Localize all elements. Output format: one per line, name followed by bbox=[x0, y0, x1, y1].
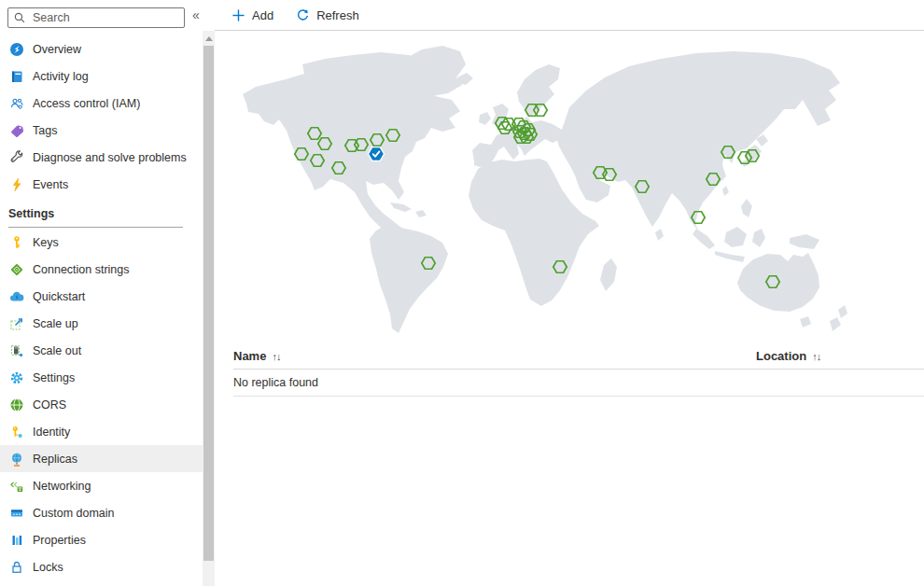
command-bar: Add Refresh bbox=[215, 0, 924, 31]
sidebar-item-connection-strings[interactable]: Connection strings bbox=[0, 256, 203, 283]
quickstart-icon bbox=[9, 289, 24, 304]
sidebar-item-label: Settings bbox=[33, 371, 75, 384]
search-icon bbox=[13, 11, 26, 24]
activity-log-icon bbox=[9, 69, 24, 84]
sidebar-item-events[interactable]: Events bbox=[0, 171, 203, 198]
sidebar-item-activity-log[interactable]: Activity log bbox=[0, 63, 203, 90]
scroll-up-arrow-icon[interactable] bbox=[205, 36, 213, 41]
settings-gear-icon bbox=[9, 370, 24, 385]
sidebar-item-label: Networking bbox=[33, 480, 91, 493]
identity-icon bbox=[9, 425, 24, 440]
sidebar-item-custom-domain[interactable]: Custom domain bbox=[0, 499, 203, 526]
scale-out-icon bbox=[9, 343, 24, 358]
empty-table-row: No replica found bbox=[233, 370, 924, 397]
refresh-button[interactable]: Refresh bbox=[296, 8, 359, 22]
search-box[interactable] bbox=[7, 7, 185, 28]
sidebar-item-label: Custom domain bbox=[33, 507, 115, 520]
refresh-icon bbox=[296, 8, 310, 22]
sidebar-item-label: Diagnose and solve problems bbox=[33, 151, 187, 164]
sidebar-item-networking[interactable]: Networking bbox=[0, 472, 203, 499]
diagnose-icon bbox=[9, 150, 24, 165]
sidebar-item-overview[interactable]: Overview bbox=[0, 35, 203, 63]
replicas-icon bbox=[9, 452, 24, 467]
keys-icon bbox=[9, 235, 24, 250]
refresh-button-label: Refresh bbox=[316, 8, 359, 22]
properties-icon bbox=[9, 533, 24, 548]
sidebar-item-label: Quickstart bbox=[33, 290, 85, 303]
add-button-label: Add bbox=[252, 8, 273, 22]
sidebar-item-label: Replicas bbox=[33, 453, 77, 466]
overview-icon bbox=[9, 42, 24, 57]
access-control-icon bbox=[9, 96, 24, 111]
sidebar-item-label: Scale out bbox=[33, 344, 81, 357]
sidebar-item-label: CORS bbox=[33, 398, 66, 412]
replica-world-map bbox=[233, 42, 924, 341]
sidebar-item-quickstart[interactable]: Quickstart bbox=[0, 283, 203, 310]
current-location-marker[interactable] bbox=[369, 147, 385, 161]
events-icon bbox=[9, 177, 24, 192]
sidebar-item-diagnose-and-solve-problems[interactable]: Diagnose and solve problems bbox=[0, 144, 203, 171]
sidebar-item-tags[interactable]: Tags bbox=[0, 117, 203, 144]
scrollbar-thumb[interactable] bbox=[203, 46, 214, 561]
sidebar: « OverviewActivity logAccess control (IA… bbox=[0, 0, 215, 586]
sidebar-item-label: Events bbox=[33, 178, 68, 191]
column-header-name[interactable]: Name ↑↓ bbox=[233, 349, 756, 363]
main-content: Add Refresh bbox=[215, 0, 924, 586]
sidebar-item-settings[interactable]: Settings bbox=[0, 364, 203, 391]
sidebar-item-label: Scale up bbox=[33, 317, 78, 330]
add-icon bbox=[231, 8, 245, 22]
column-header-location[interactable]: Location ↑↓ bbox=[756, 349, 820, 363]
sidebar-item-locks[interactable]: Locks bbox=[0, 553, 203, 580]
group-header-label: Settings bbox=[8, 207, 54, 220]
cors-icon bbox=[9, 398, 24, 412]
sidebar-item-label: Activity log bbox=[33, 70, 89, 83]
scale-up-icon bbox=[9, 316, 24, 331]
sidebar-item-label: Tags bbox=[33, 124, 57, 137]
sort-icon: ↑↓ bbox=[812, 351, 820, 362]
group-divider bbox=[8, 227, 183, 228]
empty-message: No replica found bbox=[233, 376, 318, 389]
sidebar-item-identity[interactable]: Identity bbox=[0, 418, 203, 445]
location-column-label: Location bbox=[756, 349, 806, 363]
locks-icon bbox=[9, 560, 24, 575]
add-button[interactable]: Add bbox=[231, 8, 273, 22]
search-input[interactable] bbox=[31, 10, 179, 25]
sidebar-item-access-control-iam[interactable]: Access control (IAM) bbox=[0, 90, 203, 117]
sidebar-item-label: Identity bbox=[33, 426, 70, 439]
custom-domain-icon bbox=[9, 506, 24, 521]
connection-strings-icon bbox=[9, 262, 24, 277]
sidebar-item-scale-out[interactable]: Scale out bbox=[0, 337, 203, 364]
sidebar-item-label: Properties bbox=[33, 534, 86, 547]
networking-icon bbox=[9, 479, 24, 494]
sidebar-item-properties[interactable]: Properties bbox=[0, 526, 203, 553]
sidebar-item-label: Access control (IAM) bbox=[33, 97, 140, 110]
sidebar-menu: OverviewActivity logAccess control (IAM)… bbox=[0, 35, 203, 580]
sidebar-item-label: Keys bbox=[33, 236, 59, 249]
name-column-label: Name bbox=[233, 349, 266, 363]
world-map bbox=[233, 42, 924, 341]
sort-icon: ↑↓ bbox=[272, 351, 280, 362]
sidebar-group-header-settings: Settings bbox=[0, 198, 203, 229]
sidebar-item-replicas[interactable]: Replicas bbox=[0, 445, 203, 472]
sidebar-item-label: Locks bbox=[33, 561, 63, 574]
sidebar-item-scale-up[interactable]: Scale up bbox=[0, 310, 203, 337]
tags-icon bbox=[9, 123, 24, 138]
table-header-row: Name ↑↓ Location ↑↓ bbox=[233, 343, 924, 370]
collapse-sidebar-button[interactable]: « bbox=[192, 7, 200, 23]
replicas-table: Name ↑↓ Location ↑↓ No replica found bbox=[233, 343, 924, 397]
sidebar-item-cors[interactable]: CORS bbox=[0, 391, 203, 418]
sidebar-item-label: Connection strings bbox=[33, 263, 130, 276]
sidebar-scrollbar[interactable] bbox=[203, 31, 215, 586]
sidebar-item-keys[interactable]: Keys bbox=[0, 229, 203, 256]
sidebar-item-label: Overview bbox=[33, 43, 81, 56]
